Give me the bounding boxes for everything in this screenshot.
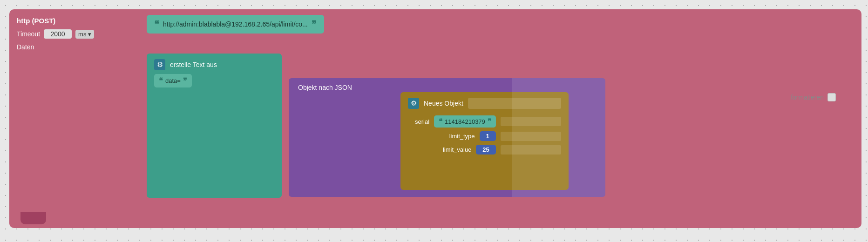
timeout-input[interactable] (44, 29, 72, 39)
data-eq-block: ❝ data= ❞ (154, 74, 192, 87)
limit-type-value: 1 (480, 131, 496, 141)
daten-label: Daten (17, 41, 854, 53)
http-block-bottom-notch (20, 210, 46, 224)
formatieren-checkbox[interactable] (827, 93, 836, 101)
neues-objekt-label: Neues Objekt (424, 100, 463, 107)
http-title: http (POST) (17, 15, 854, 27)
serial-value-block: ❝ 114184210379 ❞ (434, 115, 496, 128)
timeout-unit-dropdown[interactable]: ms ▾ (75, 30, 94, 39)
timeout-row: Timeout ms ▾ (17, 29, 854, 39)
neues-objekt-gear-icon: ⚙ (408, 98, 419, 109)
erstelle-label: erstelle Text aus (170, 61, 217, 68)
timeout-label: Timeout (17, 30, 40, 38)
limit-value-value: 25 (476, 145, 495, 155)
formatieren-label: formatieren (791, 94, 824, 101)
url-text: http://admin:blablabla@192.168.2.65/api/… (163, 20, 308, 28)
erstelle-gear-icon: ⚙ (154, 59, 165, 70)
data-eq-close-quote: ❞ (183, 76, 187, 85)
limit-value-label: limit_value (443, 146, 471, 153)
serial-label: serial (415, 118, 429, 125)
url-close-quote: ❞ (312, 19, 317, 30)
formatieren-row: formatieren (791, 93, 836, 101)
serial-value: 114184210379 (445, 118, 485, 125)
url-open-quote: ❝ (154, 19, 159, 30)
http-post-block: http (POST) Timeout ms ▾ Daten ❝ http://… (9, 9, 861, 228)
url-block: ❝ http://admin:blablabla@192.168.2.65/ap… (147, 15, 324, 34)
erstelle-header: ⚙ erstelle Text aus (154, 59, 274, 70)
data-eq-open-quote: ❝ (159, 76, 163, 85)
purple-right-fill (512, 78, 605, 197)
http-block-header: http (POST) Timeout ms ▾ Daten (9, 9, 861, 56)
objekt-nach-json-block: Objekt nach JSON ⚙ Neues Objekt serial ❝… (289, 78, 605, 197)
limit-type-label: limit_type (449, 133, 475, 140)
erstelle-block: ⚙ erstelle Text aus ❝ data= ❞ (147, 54, 282, 198)
data-eq-text: data= (165, 77, 181, 84)
